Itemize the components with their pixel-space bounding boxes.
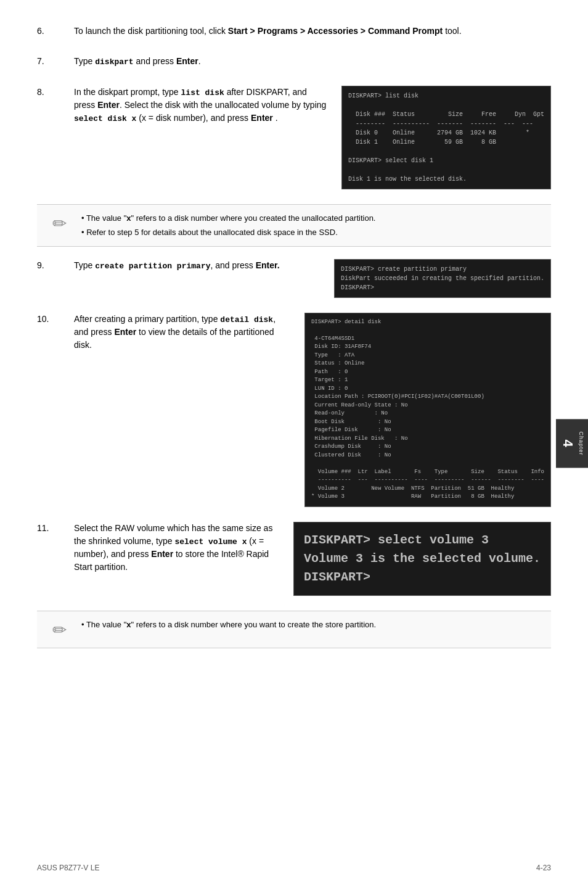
note-icon-2: ✏	[47, 619, 71, 640]
step-9: 9. Type create partition primary, and pr…	[37, 259, 551, 298]
step-7-code: diskpart	[95, 57, 133, 67]
step-8: 8. In the diskpart prompt, type list dis…	[37, 86, 551, 189]
step-9-text: Type create partition primary, and press…	[74, 259, 322, 275]
step-6-content: To launch the disk partitioning tool, cl…	[74, 25, 551, 40]
step-10-text: After creating a primary partition, type…	[74, 313, 292, 355]
note-2-bullet: • The value "x" refers to a disk number …	[81, 619, 376, 631]
step-8-text: In the diskpart prompt, type list disk a…	[74, 86, 329, 128]
note-1-bullet-1: • The value "x" refers to a disk number …	[81, 212, 376, 225]
step-8-num: 8.	[37, 86, 74, 97]
note-1-bullet-2: • Refer to step 5 for details about the …	[81, 226, 376, 239]
step-10-terminal: DISKPART> detail disk 4-CT64M4SSD1 Disk …	[304, 313, 551, 507]
note-2-text: • The value "x" refers to a disk number …	[81, 619, 376, 631]
step-11-content: Select the RAW volume which has the same…	[74, 522, 551, 596]
step-8-terminal: DISKPART> list disk Disk ### Status Size…	[341, 86, 551, 189]
step-6: 6. To launch the disk partitioning tool,…	[37, 25, 551, 40]
step-11-terminal: DISKPART> select volume 3 Volume 3 is th…	[293, 522, 551, 596]
step-9-terminal: DISKPART> create partition primary DiskP…	[334, 259, 551, 298]
step-11-num: 11.	[37, 522, 74, 533]
footer: ASUS P8Z77-V LE 4-23	[0, 864, 588, 872]
step-11-text: Select the RAW volume which has the same…	[74, 522, 281, 577]
step-10-content: After creating a primary partition, type…	[74, 313, 551, 507]
chapter-label: Chapter	[578, 431, 584, 455]
step-11: 11. Select the RAW volume which has the …	[37, 522, 551, 596]
step-10-num: 10.	[37, 313, 74, 324]
step-10-para: After creating a primary partition, type…	[74, 313, 292, 352]
note-1-text: • The value "x" refers to a disk number …	[81, 212, 376, 239]
step-8-terminal-content: DISKPART> list disk Disk ### Status Size…	[341, 86, 551, 189]
step-9-content: Type create partition primary, and press…	[74, 259, 551, 298]
note-icon-1: ✏	[47, 212, 71, 234]
chapter-number: 4	[560, 440, 576, 447]
step-6-text: To launch the disk partitioning tool, cl…	[74, 25, 551, 38]
note-1: ✏ • The value "x" refers to a disk numbe…	[37, 204, 551, 247]
chapter-tab: Chapter 4	[556, 419, 588, 468]
step-7-text: Type diskpart and press Enter.	[74, 55, 551, 68]
step-10-terminal-content: DISKPART> detail disk 4-CT64M4SSD1 Disk …	[304, 313, 551, 507]
step-8-content: In the diskpart prompt, type list disk a…	[74, 86, 551, 189]
step-10: 10. After creating a primary partition, …	[37, 313, 551, 507]
step-8-para: In the diskpart prompt, type list disk a…	[74, 86, 329, 125]
footer-page-number: 4-23	[536, 864, 551, 872]
step-7-content: Type diskpart and press Enter.	[74, 55, 551, 71]
step-9-para: Type create partition primary, and press…	[74, 259, 322, 273]
footer-product-name: ASUS P8Z77-V LE	[37, 864, 99, 872]
note-2: ✏ • The value "x" refers to a disk numbe…	[37, 611, 551, 648]
step-9-num: 9.	[37, 259, 74, 270]
step-9-terminal-content: DISKPART> create partition primary DiskP…	[334, 259, 551, 298]
step-6-num: 6.	[37, 25, 74, 36]
step-11-para: Select the RAW volume which has the same…	[74, 522, 281, 574]
step-7-num: 7.	[37, 55, 74, 66]
step-7: 7. Type diskpart and press Enter.	[37, 55, 551, 71]
step-11-terminal-content: DISKPART> select volume 3 Volume 3 is th…	[293, 522, 551, 596]
